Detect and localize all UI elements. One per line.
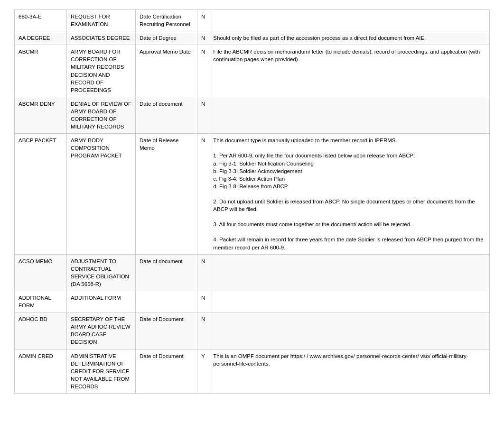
table-row: 680-3A-E REQUEST FOR EXAMINATION Date Ce… [15,10,490,31]
flag-cell: N [197,312,209,349]
date-cell: Date of Document [136,312,197,349]
code-cell: ABCP PACKET [15,134,67,254]
code-cell: ABCMR [15,45,67,97]
table-row: ACSO MEMO ADJUSTMENT TO CONTRACTUAL SERV… [15,254,490,291]
name-cell: ADMINISTRATIVE DETERMINATION OF CREDIT F… [67,349,136,393]
notes-cell [209,97,490,133]
flag-cell: N [197,254,209,291]
documents-table: 680-3A-E REQUEST FOR EXAMINATION Date Ce… [14,9,490,394]
flag-cell: N [197,31,209,45]
code-cell: ADHOC BD [15,312,67,349]
table-row: ADMIN CRED ADMINISTRATIVE DETERMINATION … [15,349,490,393]
name-cell: REQUEST FOR EXAMINATION [67,10,136,31]
date-cell: Date of Release Memo [136,134,197,254]
date-cell: Date of document [136,254,197,291]
flag-cell: N [197,97,209,133]
flag-cell: N [197,291,209,312]
notes-cell: File the ABCMR decision memorandum/ lett… [209,45,490,97]
name-cell: ASSOCIATES DEGREE [67,31,136,45]
name-cell: ARMY BODY COMPOSITION PROGRAM PACKET [67,134,136,254]
notes-cell [209,10,490,31]
date-cell: Approval Memo Date [136,45,197,97]
date-cell: Date of Document [136,349,197,393]
code-cell: ACSO MEMO [15,254,67,291]
table-row: ABCMR ARMY BOARD FOR CORRECTION OF MILIT… [15,45,490,97]
code-cell: ABCMR DENY [15,97,67,133]
table-row: ADDITIONAL FORM ADDITIONAL FORM N [15,291,490,312]
table-row: ADHOC BD SECRETARY OF THE ARMY ADHOC REV… [15,312,490,349]
table-row: ABCMR DENY DENIAL OF REVIEW OF ARMY BOAR… [15,97,490,133]
date-cell: Date of Degree [136,31,197,45]
flag-cell: N [197,45,209,97]
notes-cell: Should only be filed as part of the acce… [209,31,490,45]
date-cell [136,291,197,312]
main-container: 680-3A-E REQUEST FOR EXAMINATION Date Ce… [0,0,504,403]
name-cell: SECRETARY OF THE ARMY ADHOC REVIEW BOARD… [67,312,136,349]
flag-cell: N [197,134,209,254]
code-cell: ADDITIONAL FORM [15,291,67,312]
code-cell: ADMIN CRED [15,349,67,393]
notes-cell: This is an OMPF document per https:/ / w… [209,349,490,393]
code-cell: 680-3A-E [15,10,67,31]
name-cell: ARMY BOARD FOR CORRECTION OF MILITARY RE… [67,45,136,97]
code-cell: AA DEGREE [15,31,67,45]
name-cell: DENIAL OF REVIEW OF ARMY BOARD OF CORREC… [67,97,136,133]
notes-cell [209,291,490,312]
name-cell: ADJUSTMENT TO CONTRACTUAL SERVICE OBLIGA… [67,254,136,291]
notes-cell: This document type is manually uploaded … [209,134,490,254]
date-cell: Date of document [136,97,197,133]
flag-cell: Y [197,349,209,393]
notes-cell [209,254,490,291]
notes-cell [209,312,490,349]
table-row: AA DEGREE ASSOCIATES DEGREE Date of Degr… [15,31,490,45]
date-cell: Date Certification Recruiting Personnel [136,10,197,31]
table-row: ABCP PACKET ARMY BODY COMPOSITION PROGRA… [15,134,490,254]
flag-cell: N [197,10,209,31]
name-cell: ADDITIONAL FORM [67,291,136,312]
